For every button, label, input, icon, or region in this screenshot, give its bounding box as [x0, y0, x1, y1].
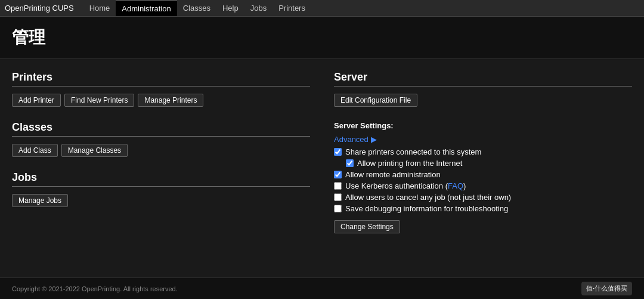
jobs-buttons: Manage Jobs [12, 194, 310, 207]
manage-classes-button[interactable]: Manage Classes [61, 144, 128, 157]
advanced-link[interactable]: Advanced ▶ [334, 135, 632, 144]
advanced-label: Advanced [334, 135, 369, 144]
footer-logo: 值·什么值得买 [581, 282, 632, 295]
manage-jobs-button[interactable]: Manage Jobs [12, 194, 68, 207]
classes-section: Classes Add Class Manage Classes [12, 121, 310, 157]
checkbox-remote-admin-label: Allow remote administration [345, 170, 441, 179]
checkbox-kerberos-label: Use Kerberos authentication (FAQ) [345, 181, 466, 190]
kerberos-after-text: ) [463, 181, 466, 190]
nav-printers[interactable]: Printers [273, 0, 311, 16]
manage-printers-button[interactable]: Manage Printers [138, 94, 203, 107]
change-settings-button[interactable]: Change Settings [334, 220, 400, 233]
checkbox-remote-admin: Allow remote administration [334, 170, 632, 179]
find-new-printers-button[interactable]: Find New Printers [64, 94, 134, 107]
nav-jobs[interactable]: Jobs [244, 0, 273, 16]
nav-classes[interactable]: Classes [177, 0, 216, 16]
nav-home[interactable]: Home [83, 0, 116, 16]
checkbox-kerberos: Use Kerberos authentication (FAQ) [334, 181, 632, 190]
checkbox-allow-internet-label: Allow printing from the Internet [357, 159, 462, 168]
left-column: Printers Add Printer Find New Printers M… [12, 71, 322, 233]
footer-copyright: Copyright © 2021-2022 OpenPrinting. All … [12, 285, 178, 292]
server-settings-label: Server Settings: [334, 121, 632, 130]
checkbox-allow-internet: Allow printing from the Internet [334, 159, 632, 168]
jobs-heading: Jobs [12, 171, 310, 187]
checkbox-debug-info-label: Save debugging information for troublesh… [345, 204, 508, 213]
navbar: OpenPrinting CUPS Home Administration Cl… [0, 0, 644, 17]
nav-help[interactable]: Help [216, 0, 244, 16]
edit-config-button[interactable]: Edit Configuration File [334, 94, 417, 107]
main-content: Printers Add Printer Find New Printers M… [0, 59, 644, 245]
checkbox-remote-admin-input[interactable] [334, 171, 342, 178]
printers-heading: Printers [12, 71, 310, 87]
footer: Copyright © 2021-2022 OpenPrinting. All … [0, 278, 644, 299]
page-title: 管理 [12, 26, 632, 49]
add-printer-button[interactable]: Add Printer [12, 94, 61, 107]
faq-link[interactable]: FAQ [448, 181, 463, 190]
add-class-button[interactable]: Add Class [12, 144, 58, 157]
checkbox-debug-info-input[interactable] [334, 205, 342, 212]
checkbox-cancel-job-label: Allow users to cancel any job (not just … [345, 193, 511, 202]
classes-heading: Classes [12, 121, 310, 137]
printers-section: Printers Add Printer Find New Printers M… [12, 71, 310, 107]
checkbox-share-printers-input[interactable] [334, 148, 342, 156]
checkbox-share-printers-label: Share printers connected to this system [345, 147, 481, 156]
checkbox-kerberos-input[interactable] [334, 182, 342, 190]
classes-buttons: Add Class Manage Classes [12, 144, 310, 157]
checkbox-cancel-job: Allow users to cancel any job (not just … [334, 193, 632, 202]
nav-administration[interactable]: Administration [116, 0, 177, 16]
change-settings-container: Change Settings [334, 220, 632, 233]
nav-items: Home Administration Classes Help Jobs Pr… [83, 0, 311, 16]
right-column: Server Edit Configuration File Server Se… [322, 71, 632, 233]
checkbox-share-printers: Share printers connected to this system [334, 147, 632, 156]
brand-label: OpenPrinting CUPS [5, 4, 74, 13]
checkbox-debug-info: Save debugging information for troublesh… [334, 204, 632, 213]
kerberos-label-text: Use Kerberos authentication ( [345, 181, 448, 190]
checkbox-allow-internet-input[interactable] [346, 159, 354, 167]
advanced-arrow: ▶ [371, 135, 377, 144]
checkbox-cancel-job-input[interactable] [334, 193, 342, 201]
server-section: Server Edit Configuration File Server Se… [334, 71, 632, 233]
jobs-section: Jobs Manage Jobs [12, 171, 310, 207]
page-header: 管理 [0, 17, 644, 59]
printers-buttons: Add Printer Find New Printers Manage Pri… [12, 94, 310, 107]
server-heading: Server [334, 71, 632, 87]
server-config-buttons: Edit Configuration File [334, 94, 632, 107]
